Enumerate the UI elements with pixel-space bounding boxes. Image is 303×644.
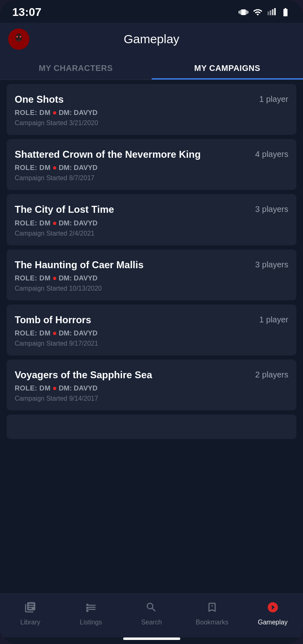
campaign-info-4: Tomb of Horrors ROLE: DM DM: DAVYD Campa… [15, 313, 259, 347]
nav-item-bookmarks[interactable]: Bookmarks [182, 600, 243, 628]
status-icons [239, 7, 291, 17]
avatar-icon [11, 31, 27, 47]
campaign-dm-5: DM: DAVYD [59, 384, 97, 393]
svg-point-7 [20, 36, 21, 37]
dot-0 [53, 111, 56, 115]
nav-item-search[interactable]: Search [121, 600, 182, 628]
avatar[interactable] [8, 29, 29, 50]
player-count-0: 1 player [259, 93, 288, 104]
campaign-dm-3: DM: DAVYD [59, 274, 97, 282]
signal-icon [267, 7, 276, 17]
nav-label-gameplay: Gameplay [258, 619, 288, 626]
svg-rect-1 [270, 10, 271, 15]
campaign-date-0: Campaign Started 3/21/2020 [15, 119, 253, 127]
campaign-dm-1: DM: DAVYD [59, 164, 97, 172]
nav-item-library[interactable]: Library [0, 600, 61, 628]
campaign-name-1: Shattered Crown of the Nevermore King [15, 148, 249, 161]
home-indicator [123, 637, 180, 640]
tab-my-characters[interactable]: MY CHARACTERS [0, 55, 152, 79]
campaign-date-4: Campaign Started 9/17/2021 [15, 340, 253, 347]
battery-icon [280, 7, 291, 17]
campaign-dm-0: DM: DAVYD [59, 109, 97, 117]
dot-4 [53, 332, 56, 335]
player-count-4: 1 player [259, 313, 288, 324]
player-count-5: 2 players [255, 368, 288, 379]
campaign-card-partial[interactable] [7, 415, 296, 439]
nav-label-bookmarks: Bookmarks [196, 619, 228, 626]
campaign-role-1: ROLE: DM [15, 164, 51, 172]
campaign-meta-4: ROLE: DM DM: DAVYD [15, 329, 253, 337]
campaign-meta-0: ROLE: DM DM: DAVYD [15, 109, 253, 117]
campaign-date-5: Campaign Started 9/14/2017 [15, 395, 249, 402]
campaign-card-1[interactable]: Shattered Crown of the Nevermore King RO… [7, 139, 296, 190]
tab-my-campaigns[interactable]: MY CAMPAIGNS [152, 55, 303, 79]
phone-frame: 13:07 Gameplay MY CHARACTERS [0, 0, 303, 644]
campaign-date-3: Campaign Started 10/13/2020 [15, 285, 249, 292]
dot-3 [53, 277, 56, 280]
campaign-card-5[interactable]: Voyagers of the Sapphire Sea ROLE: DM DM… [7, 359, 296, 410]
dot-1 [53, 166, 56, 170]
player-count-3: 3 players [255, 258, 288, 269]
campaigns-list: One Shots ROLE: DM DM: DAVYD Campaign St… [0, 80, 303, 593]
campaign-info-3: The Haunting of Caer Mallis ROLE: DM DM:… [15, 258, 255, 292]
campaign-role-3: ROLE: DM [15, 274, 51, 282]
dot-2 [53, 222, 56, 225]
campaign-name-0: One Shots [15, 93, 253, 106]
campaign-card-2[interactable]: The City of Lost Time ROLE: DM DM: DAVYD… [7, 194, 296, 245]
campaign-card-3[interactable]: The Haunting of Caer Mallis ROLE: DM DM:… [7, 249, 296, 300]
campaign-date-2: Campaign Started 2/4/2021 [15, 230, 249, 237]
svg-rect-3 [274, 8, 276, 15]
listings-icon [85, 601, 97, 616]
search-icon [145, 601, 157, 616]
campaign-meta-3: ROLE: DM DM: DAVYD [15, 274, 249, 282]
tabs-container: MY CHARACTERS MY CAMPAIGNS [0, 55, 303, 80]
campaign-dm-2: DM: DAVYD [59, 219, 97, 227]
vibrate-icon [239, 7, 248, 17]
campaign-info-1: Shattered Crown of the Nevermore King RO… [15, 148, 255, 182]
campaign-name-3: The Haunting of Caer Mallis [15, 258, 249, 271]
bookmarks-icon [206, 601, 218, 616]
status-time: 13:07 [12, 6, 42, 19]
app-header: Gameplay [0, 23, 303, 55]
page-title: Gameplay [124, 32, 179, 46]
svg-rect-9 [86, 607, 88, 609]
svg-rect-2 [272, 9, 274, 15]
nav-item-gameplay[interactable]: Gameplay [242, 600, 303, 628]
nav-item-listings[interactable]: Listings [61, 600, 122, 628]
campaign-role-0: ROLE: DM [15, 109, 51, 117]
bottom-nav: Library Listings Search [0, 593, 303, 637]
campaign-meta-5: ROLE: DM DM: DAVYD [15, 384, 249, 393]
nav-label-library: Library [20, 619, 40, 626]
campaign-dm-4: DM: DAVYD [59, 329, 97, 337]
dot-5 [53, 387, 56, 390]
gameplay-icon [267, 601, 279, 616]
nav-label-search: Search [141, 619, 162, 626]
campaign-role-5: ROLE: DM [15, 384, 51, 393]
campaign-meta-2: ROLE: DM DM: DAVYD [15, 219, 249, 227]
campaign-card-0[interactable]: One Shots ROLE: DM DM: DAVYD Campaign St… [7, 84, 296, 135]
campaign-date-1: Campaign Started 8/7/2017 [15, 174, 249, 182]
player-count-2: 3 players [255, 203, 288, 214]
campaign-card-4[interactable]: Tomb of Horrors ROLE: DM DM: DAVYD Campa… [7, 304, 296, 355]
campaign-meta-1: ROLE: DM DM: DAVYD [15, 164, 249, 172]
library-icon [24, 601, 36, 616]
campaign-name-4: Tomb of Horrors [15, 313, 253, 326]
wifi-icon [252, 7, 263, 17]
player-count-1: 4 players [255, 148, 288, 159]
campaign-name-5: Voyagers of the Sapphire Sea [15, 368, 249, 381]
campaign-info-2: The City of Lost Time ROLE: DM DM: DAVYD… [15, 203, 255, 237]
svg-rect-0 [268, 11, 269, 15]
svg-rect-10 [86, 610, 88, 612]
campaign-info-5: Voyagers of the Sapphire Sea ROLE: DM DM… [15, 368, 255, 402]
svg-rect-8 [86, 604, 88, 606]
campaign-role-2: ROLE: DM [15, 219, 51, 227]
nav-label-listings: Listings [80, 619, 102, 626]
svg-point-6 [16, 36, 18, 37]
status-bar: 13:07 [0, 0, 303, 23]
campaign-name-2: The City of Lost Time [15, 203, 249, 216]
campaign-info-0: One Shots ROLE: DM DM: DAVYD Campaign St… [15, 93, 259, 127]
campaign-role-4: ROLE: DM [15, 329, 51, 337]
